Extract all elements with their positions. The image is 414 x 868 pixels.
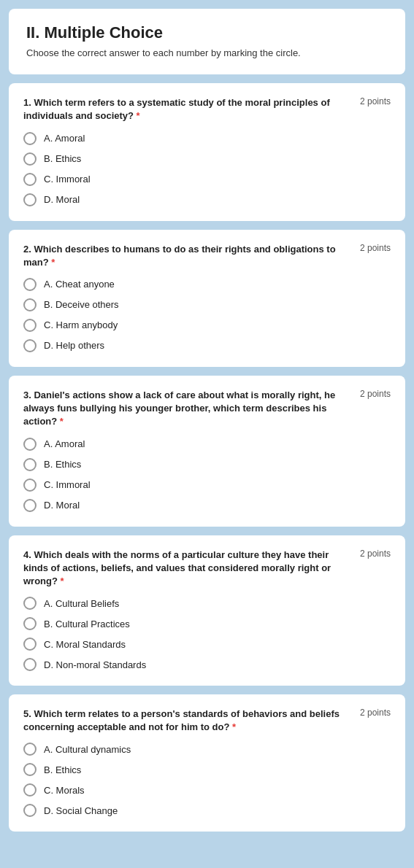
option-label-q5-1: A. Cultural dynamics — [44, 744, 131, 755]
option-label-q5-2: B. Ethics — [44, 764, 81, 775]
question-header-4: 4. Which deals with the norms of a parti… — [23, 549, 391, 589]
question-header-1: 1. Which term refers to a systematic stu… — [23, 96, 391, 123]
radio-circle-q1-4[interactable] — [23, 193, 37, 206]
option-item-q2-2[interactable]: B. Deceive others — [23, 298, 391, 311]
radio-circle-q3-3[interactable] — [23, 478, 37, 492]
option-label-q3-4: D. Moral — [44, 500, 80, 511]
option-item-q2-4[interactable]: D. Help others — [23, 339, 391, 352]
option-label-q2-1: A. Cheat anyone — [44, 279, 115, 290]
question-points-3: 2 points — [360, 389, 391, 399]
question-card-3: 3. Daniel's actions show a lack of care … — [9, 376, 405, 527]
option-label-q5-3: C. Morals — [44, 785, 85, 796]
option-item-q1-1[interactable]: A. Amoral — [23, 132, 391, 145]
option-label-q1-4: D. Moral — [44, 194, 80, 205]
radio-circle-q5-3[interactable] — [23, 783, 37, 797]
question-text-3: 3. Daniel's actions show a lack of care … — [23, 389, 360, 429]
options-list-3: A. AmoralB. EthicsC. ImmoralD. Moral — [23, 438, 391, 512]
question-text-5: 5. Which term relates to a person's stan… — [23, 708, 360, 734]
radio-circle-q2-4[interactable] — [23, 339, 37, 352]
radio-circle-q2-2[interactable] — [23, 298, 37, 311]
options-list-1: A. AmoralB. EthicsC. ImmoralD. Moral — [23, 132, 391, 206]
option-item-q5-4[interactable]: D. Social Change — [23, 804, 391, 817]
option-item-q1-2[interactable]: B. Ethics — [23, 152, 391, 166]
options-list-4: A. Cultural BeliefsB. Cultural Practices… — [23, 597, 391, 671]
option-item-q4-3[interactable]: C. Moral Standards — [23, 638, 391, 651]
option-label-q1-3: C. Immoral — [44, 174, 91, 185]
question-card-4: 4. Which deals with the norms of a parti… — [9, 535, 405, 686]
option-label-q2-4: D. Help others — [44, 340, 104, 351]
radio-circle-q2-3[interactable] — [23, 319, 37, 332]
question-points-2: 2 points — [360, 243, 391, 253]
radio-circle-q1-3[interactable] — [23, 173, 37, 186]
question-card-1: 1. Which term refers to a systematic stu… — [9, 83, 405, 220]
question-text-4: 4. Which deals with the norms of a parti… — [23, 549, 360, 589]
question-points-4: 2 points — [360, 549, 391, 559]
option-item-q1-4[interactable]: D. Moral — [23, 193, 391, 206]
question-header-5: 5. Which term relates to a person's stan… — [23, 708, 391, 734]
option-label-q3-3: C. Immoral — [44, 479, 91, 490]
option-label-q3-1: A. Amoral — [44, 438, 85, 449]
question-text-2: 2. Which describes to humans to do as th… — [23, 243, 360, 269]
question-card-5: 5. Which term relates to a person's stan… — [9, 694, 405, 832]
radio-circle-q1-2[interactable] — [23, 152, 37, 166]
option-item-q5-1[interactable]: A. Cultural dynamics — [23, 743, 391, 756]
option-item-q3-2[interactable]: B. Ethics — [23, 458, 391, 471]
option-label-q1-2: B. Ethics — [44, 153, 81, 164]
radio-circle-q4-4[interactable] — [23, 658, 37, 671]
option-label-q3-2: B. Ethics — [44, 459, 81, 470]
option-item-q2-1[interactable]: A. Cheat anyone — [23, 278, 391, 291]
option-label-q2-3: C. Harm anybody — [44, 319, 118, 330]
option-label-q5-4: D. Social Change — [44, 805, 118, 816]
options-list-5: A. Cultural dynamicsB. EthicsC. MoralsD.… — [23, 743, 391, 817]
option-label-q4-3: C. Moral Standards — [44, 639, 126, 650]
option-label-q4-4: D. Non-moral Standards — [44, 659, 146, 670]
option-item-q3-4[interactable]: D. Moral — [23, 499, 391, 512]
section-header: II. Multiple Choice Choose the correct a… — [9, 9, 405, 74]
option-item-q4-2[interactable]: B. Cultural Practices — [23, 617, 391, 630]
option-item-q5-3[interactable]: C. Morals — [23, 783, 391, 797]
question-header-2: 2. Which describes to humans to do as th… — [23, 243, 391, 269]
radio-circle-q5-1[interactable] — [23, 743, 37, 756]
option-item-q1-3[interactable]: C. Immoral — [23, 173, 391, 186]
option-item-q2-3[interactable]: C. Harm anybody — [23, 319, 391, 332]
option-item-q4-4[interactable]: D. Non-moral Standards — [23, 658, 391, 671]
radio-circle-q5-2[interactable] — [23, 763, 37, 776]
question-header-3: 3. Daniel's actions show a lack of care … — [23, 389, 391, 429]
radio-circle-q4-2[interactable] — [23, 617, 37, 630]
radio-circle-q3-1[interactable] — [23, 438, 37, 451]
radio-circle-q2-1[interactable] — [23, 278, 37, 291]
option-label-q1-1: A. Amoral — [44, 133, 85, 144]
radio-circle-q3-4[interactable] — [23, 499, 37, 512]
question-points-1: 2 points — [360, 96, 391, 106]
option-item-q5-2[interactable]: B. Ethics — [23, 763, 391, 776]
option-label-q2-2: B. Deceive others — [44, 299, 119, 310]
question-text-1: 1. Which term refers to a systematic stu… — [23, 96, 360, 123]
option-label-q4-2: B. Cultural Practices — [44, 619, 130, 629]
option-item-q4-1[interactable]: A. Cultural Beliefs — [23, 597, 391, 610]
options-list-2: A. Cheat anyoneB. Deceive othersC. Harm … — [23, 278, 391, 352]
radio-circle-q4-1[interactable] — [23, 597, 37, 610]
section-title: II. Multiple Choice — [26, 23, 388, 42]
option-item-q3-1[interactable]: A. Amoral — [23, 438, 391, 451]
radio-circle-q1-1[interactable] — [23, 132, 37, 145]
radio-circle-q3-2[interactable] — [23, 458, 37, 471]
option-label-q4-1: A. Cultural Beliefs — [44, 598, 119, 609]
section-subtitle: Choose the correct answer to each number… — [26, 47, 388, 60]
radio-circle-q5-4[interactable] — [23, 804, 37, 817]
question-card-2: 2. Which describes to humans to do as th… — [9, 230, 405, 367]
option-item-q3-3[interactable]: C. Immoral — [23, 478, 391, 492]
question-points-5: 2 points — [360, 708, 391, 718]
radio-circle-q4-3[interactable] — [23, 638, 37, 651]
